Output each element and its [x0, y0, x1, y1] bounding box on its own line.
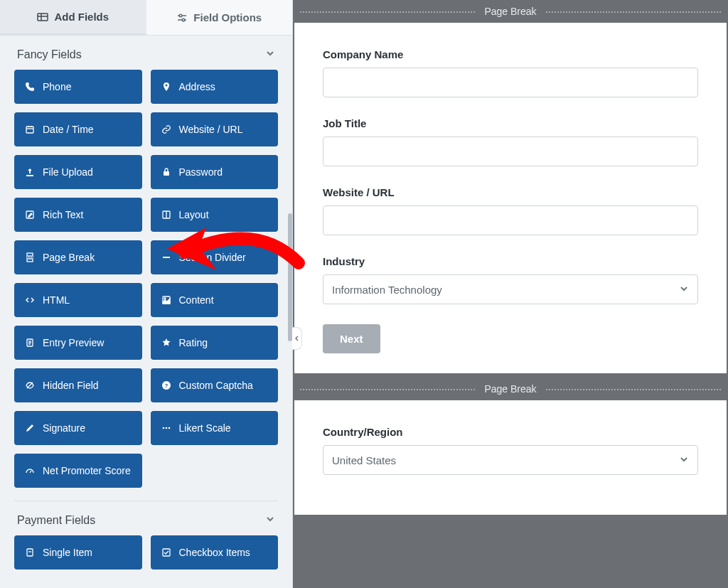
eye-off-icon: [24, 380, 36, 391]
edit-icon: [24, 209, 36, 220]
sidebar: Add Fields Field Options Fancy Fields Ph…: [0, 0, 293, 588]
field-rating[interactable]: Rating: [151, 326, 279, 360]
lock-icon: [161, 166, 172, 178]
page-break-label: Page Break: [484, 6, 536, 17]
svg-text:?: ?: [164, 383, 168, 389]
field-richtext[interactable]: Rich Text: [14, 198, 142, 232]
svg-rect-7: [26, 127, 33, 133]
pin-icon: [161, 81, 172, 92]
field-likert[interactable]: Likert Scale: [151, 411, 279, 445]
chevron-down-icon: [679, 454, 689, 466]
field-label: Checkbox Items: [179, 547, 250, 558]
svg-rect-32: [27, 549, 33, 556]
link-icon: [161, 124, 172, 135]
field-phone[interactable]: Phone: [14, 70, 142, 104]
svg-rect-15: [27, 253, 33, 256]
company-field[interactable]: Company Name: [323, 48, 698, 97]
field-signature[interactable]: Signature: [14, 411, 142, 445]
field-label: HTML: [43, 294, 70, 306]
gauge-icon: [24, 465, 36, 476]
field-website[interactable]: Website / URL: [151, 112, 279, 146]
svg-point-29: [165, 427, 167, 429]
svg-line-31: [30, 471, 31, 473]
field-label: Likert Scale: [179, 422, 231, 434]
chevron-down-icon: [265, 514, 275, 527]
field-label: Content: [179, 294, 214, 306]
field-upload[interactable]: File Upload: [14, 155, 142, 189]
section-payment-fields[interactable]: Payment Fields: [14, 501, 278, 535]
sidebar-content: Fancy Fields Phone Address Date / Time: [0, 36, 292, 588]
industry-select[interactable]: Information Technology: [323, 274, 698, 304]
jobtitle-input[interactable]: [323, 137, 698, 166]
section-fancy-fields[interactable]: Fancy Fields: [14, 36, 278, 70]
field-label: Rich Text: [43, 209, 83, 220]
svg-rect-34: [163, 549, 170, 556]
industry-field[interactable]: Industry Information Technology: [323, 255, 698, 304]
pen-icon: [24, 422, 36, 434]
field-content[interactable]: Content: [151, 283, 279, 317]
svg-point-20: [164, 298, 166, 299]
field-layout[interactable]: Layout: [151, 198, 279, 232]
country-field[interactable]: Country/Region United States: [323, 426, 698, 475]
collapse-sidebar-button[interactable]: [292, 327, 302, 350]
field-label: Single Item: [43, 547, 92, 558]
tab-add-fields[interactable]: Add Fields: [0, 0, 146, 35]
upload-icon: [24, 166, 36, 178]
company-input[interactable]: [323, 68, 698, 97]
svg-rect-11: [164, 171, 169, 176]
page-break-divider[interactable]: Page Break: [293, 0, 728, 23]
svg-rect-0: [38, 14, 48, 21]
field-datetime[interactable]: Date / Time: [14, 112, 142, 146]
field-label: Address: [179, 81, 215, 92]
section-title: Fancy Fields: [17, 48, 82, 61]
field-nps[interactable]: Net Promoter Score: [14, 454, 142, 488]
jobtitle-label: Job Title: [323, 117, 698, 129]
field-section-divider[interactable]: Section Divider: [151, 240, 279, 274]
sliders-icon: [176, 12, 188, 23]
field-label: Website / URL: [179, 124, 243, 135]
form-preview: Page Break Company Name Job Title Websit…: [293, 0, 728, 588]
fancy-fields-grid: Phone Address Date / Time Website / URL …: [14, 70, 278, 488]
field-captcha[interactable]: ? Custom Captcha: [151, 368, 279, 402]
field-hidden[interactable]: Hidden Field: [14, 368, 142, 402]
star-icon: [161, 337, 172, 348]
field-label: Page Break: [43, 252, 95, 263]
field-address[interactable]: Address: [151, 70, 279, 104]
form-page: Company Name Job Title Website / URL Ind…: [294, 23, 727, 373]
code-icon: [24, 294, 36, 306]
section-title: Payment Fields: [17, 514, 95, 527]
field-label: Signature: [43, 422, 85, 434]
website-label: Website / URL: [323, 186, 698, 198]
image-icon: [161, 294, 172, 306]
field-entry-preview[interactable]: Entry Preview: [14, 326, 142, 360]
pagebreak-icon: [24, 252, 36, 263]
industry-value: Information Technology: [332, 284, 442, 296]
field-checkbox-items[interactable]: Checkbox Items: [151, 535, 279, 570]
website-input[interactable]: [323, 205, 698, 235]
country-value: United States: [332, 454, 396, 466]
svg-point-6: [183, 18, 186, 21]
company-label: Company Name: [323, 48, 698, 60]
next-button[interactable]: Next: [323, 324, 380, 353]
svg-point-30: [168, 427, 170, 429]
website-field[interactable]: Website / URL: [323, 186, 698, 235]
field-pagebreak[interactable]: Page Break: [14, 240, 142, 274]
tab-label: Field Options: [193, 11, 262, 23]
page-break-label: Page Break: [484, 383, 536, 395]
next-label: Next: [340, 333, 363, 345]
grid-icon: [37, 11, 48, 23]
jobtitle-field[interactable]: Job Title: [323, 117, 698, 166]
country-select[interactable]: United States: [323, 445, 698, 475]
minus-icon: [161, 252, 172, 263]
field-html[interactable]: HTML: [14, 283, 142, 317]
tab-field-options[interactable]: Field Options: [146, 0, 293, 35]
calendar-icon: [24, 124, 36, 135]
field-label: Phone: [43, 81, 71, 92]
chevron-down-icon: [265, 48, 275, 61]
payment-fields-grid: Single Item Checkbox Items: [14, 535, 278, 570]
scrollbar[interactable]: [288, 213, 292, 341]
field-single-item[interactable]: Single Item: [14, 535, 142, 570]
field-label: Layout: [179, 209, 209, 220]
page-break-divider[interactable]: Page Break: [293, 378, 728, 400]
field-password[interactable]: Password: [151, 155, 279, 189]
